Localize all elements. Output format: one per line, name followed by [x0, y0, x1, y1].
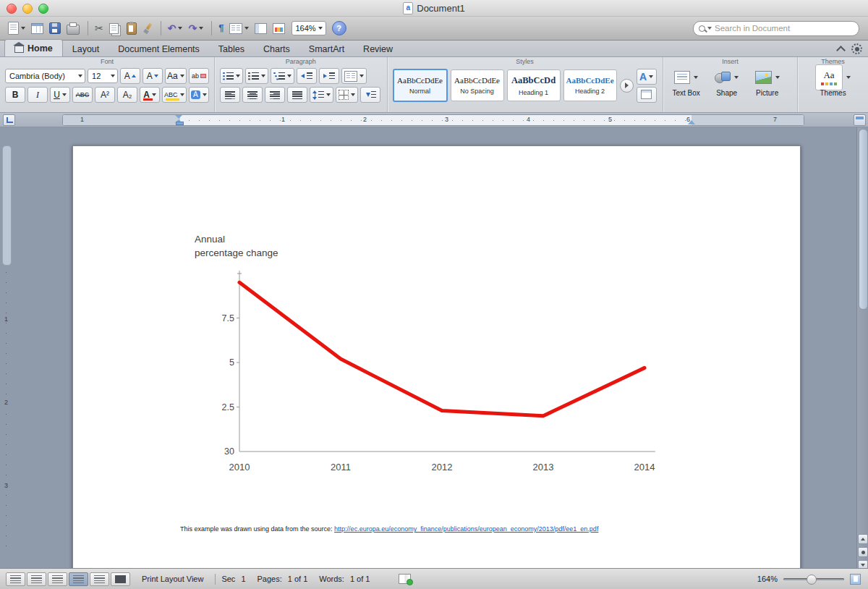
italic-button[interactable]: I: [27, 87, 48, 103]
scrollbar-thumb[interactable]: [859, 129, 868, 310]
subscript-button[interactable]: A₂: [117, 87, 137, 103]
picture-button[interactable]: Picture: [749, 68, 786, 97]
search-field[interactable]: [693, 21, 859, 36]
decrease-indent-button[interactable]: [297, 68, 317, 84]
character-shading-button[interactable]: A: [189, 87, 209, 103]
paste-button[interactable]: [124, 21, 139, 36]
font-name-combo[interactable]: Cambria (Body): [5, 69, 85, 83]
show-formatting-marks-button[interactable]: ¶: [216, 21, 226, 35]
first-line-indent-marker[interactable]: [175, 115, 182, 119]
copy-button[interactable]: [107, 22, 123, 35]
font-color-button[interactable]: A: [140, 87, 160, 103]
words-value[interactable]: 1 of 1: [350, 575, 370, 583]
style-normal[interactable]: AaBbCcDdEe Normal: [393, 69, 448, 102]
view-publishing-button[interactable]: [48, 572, 67, 586]
minimize-button[interactable]: [22, 4, 33, 14]
gear-icon[interactable]: [851, 43, 862, 54]
search-scope-arrow-icon[interactable]: [707, 27, 712, 30]
new-document-button[interactable]: [6, 20, 27, 36]
left-indent-marker[interactable]: [176, 122, 184, 125]
shrink-font-button[interactable]: A: [142, 68, 163, 84]
tab-layout[interactable]: Layout: [63, 41, 109, 56]
strikethrough-button[interactable]: ABC: [72, 87, 93, 103]
browse-previous-button[interactable]: [858, 534, 868, 544]
align-center-button[interactable]: [242, 87, 263, 103]
ruler-number: 3: [445, 116, 448, 123]
font-size-combo[interactable]: 12: [88, 69, 118, 83]
tab-document-elements[interactable]: Document Elements: [109, 41, 209, 56]
horizontal-ruler[interactable]: 1 1 2 3 4 5 6 7: [62, 114, 804, 126]
spelling-status-icon[interactable]: [399, 574, 411, 584]
themes-button[interactable]: Aa Themes: [815, 68, 851, 97]
undo-button[interactable]: ↶: [166, 21, 185, 35]
tab-charts[interactable]: Charts: [254, 41, 299, 56]
columns-button[interactable]: [227, 22, 251, 35]
document-page[interactable]: Annual percentage change 2.557.530201020…: [72, 145, 801, 572]
tab-tables[interactable]: Tables: [209, 41, 254, 56]
view-focus-button[interactable]: [111, 572, 130, 586]
view-notebook-button[interactable]: [90, 572, 109, 586]
ruler-toggle-button[interactable]: [854, 114, 866, 126]
zoom-slider-knob[interactable]: [807, 575, 817, 585]
tab-tables-label: Tables: [218, 44, 244, 54]
view-outline-button[interactable]: [27, 572, 46, 586]
section-label: Sec: [221, 575, 235, 583]
style-no-spacing[interactable]: AaBbCcDdEe No Spacing: [451, 69, 504, 101]
font-name-value: Cambria (Body): [9, 72, 65, 80]
styles-pane-button[interactable]: [637, 87, 657, 103]
open-button[interactable]: [29, 22, 46, 35]
style-heading-1[interactable]: AaBbCcDd Heading 1: [507, 69, 561, 101]
save-button[interactable]: [47, 21, 63, 35]
vertical-scrollbar[interactable]: [856, 127, 868, 572]
view-print-layout-button[interactable]: [69, 572, 88, 586]
underline-button[interactable]: U: [50, 87, 70, 103]
print-button[interactable]: [64, 21, 82, 36]
highlight-button[interactable]: ABC: [162, 87, 187, 103]
format-painter-button[interactable]: [140, 22, 155, 35]
redo-button[interactable]: ↷: [186, 21, 205, 35]
close-button[interactable]: [7, 4, 17, 14]
numbering-button[interactable]: [245, 68, 268, 84]
vertical-ruler[interactable]: 1 2 3: [0, 127, 14, 572]
zoom-slider[interactable]: [783, 578, 844, 580]
align-left-button[interactable]: [220, 87, 240, 103]
bullets-button[interactable]: [220, 68, 243, 84]
style-heading-2[interactable]: AaBbCcDdEe Heading 2: [563, 69, 617, 101]
more-styles-button[interactable]: [620, 79, 634, 93]
line-spacing-button[interactable]: [310, 87, 333, 103]
collapse-ribbon-icon[interactable]: [836, 46, 846, 55]
zoom-combo[interactable]: 164%: [292, 21, 326, 35]
borders-button[interactable]: [336, 87, 358, 103]
fit-page-icon[interactable]: [850, 574, 861, 585]
bold-button[interactable]: B: [5, 87, 25, 103]
grow-font-button[interactable]: A: [120, 68, 140, 84]
multilevel-list-button[interactable]: [271, 68, 294, 84]
cut-button[interactable]: ✂: [93, 21, 106, 35]
show-button[interactable]: [252, 22, 269, 35]
view-draft-button[interactable]: [6, 572, 25, 586]
select-browse-object-button[interactable]: [858, 547, 868, 557]
clear-formatting-button[interactable]: ab: [189, 68, 209, 84]
text-box-button[interactable]: Text Box: [668, 68, 705, 97]
sort-button[interactable]: [360, 87, 380, 103]
justify-button[interactable]: [287, 87, 307, 103]
ribbon-tab-bar: Home Layout Document Elements Tables Cha…: [0, 41, 868, 57]
tab-selector[interactable]: [3, 114, 15, 126]
maximize-button[interactable]: [38, 4, 48, 14]
increase-indent-button[interactable]: [319, 68, 339, 84]
tab-home[interactable]: Home: [4, 39, 63, 56]
align-right-button[interactable]: [265, 87, 285, 103]
text-effects-button[interactable]: A: [637, 69, 657, 85]
superscript-button[interactable]: A²: [95, 87, 115, 103]
shape-button[interactable]: Shape: [709, 68, 745, 97]
source-link[interactable]: http://ec.europa.eu/economy_finance/publ…: [334, 525, 598, 533]
search-input[interactable]: [713, 23, 859, 33]
tab-review[interactable]: Review: [354, 41, 402, 56]
right-indent-marker[interactable]: [688, 120, 695, 124]
change-case-button[interactable]: Aa: [165, 68, 187, 84]
help-button[interactable]: ?: [332, 21, 346, 35]
text-columns-button[interactable]: [341, 68, 367, 84]
pages-value[interactable]: 1 of 1: [288, 575, 308, 583]
gallery-button[interactable]: [271, 22, 287, 35]
tab-smartart[interactable]: SmartArt: [299, 41, 354, 56]
